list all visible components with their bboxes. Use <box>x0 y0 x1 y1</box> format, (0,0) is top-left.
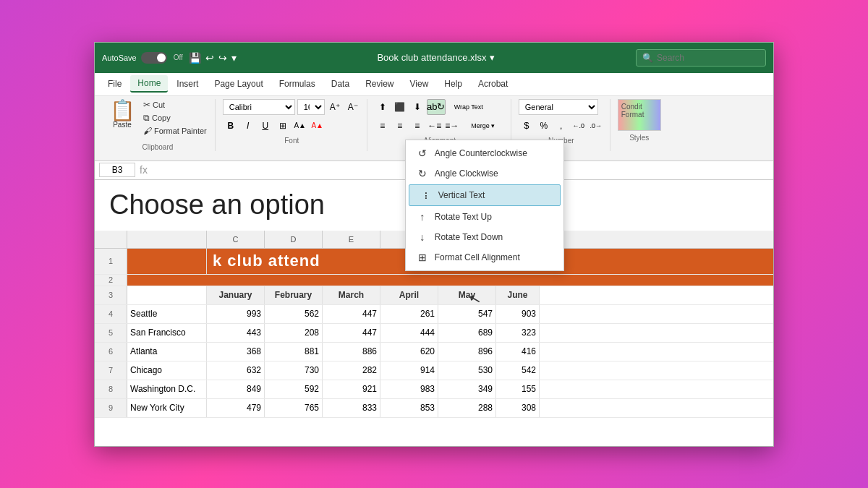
angle-clockwise-item[interactable]: ↻ Angle Clockwise <box>406 163 563 184</box>
cell-4-e[interactable]: 447 <box>323 305 380 323</box>
paste-button[interactable]: 📋 Paste <box>106 99 138 130</box>
font-size-select[interactable]: 16 <box>297 99 325 115</box>
cell-4-b[interactable]: Seattle <box>127 305 207 323</box>
italic-button[interactable]: I <box>240 118 256 134</box>
cell-5-h[interactable]: 323 <box>496 324 540 342</box>
cell-9-g[interactable]: 288 <box>438 399 496 417</box>
cell-3-b[interactable] <box>127 286 207 304</box>
cell-4-h[interactable]: 903 <box>496 305 540 323</box>
align-right-button[interactable]: ≡ <box>409 118 425 134</box>
cell-7-c[interactable]: 632 <box>207 361 265 380</box>
cell-7-b[interactable]: Chicago <box>127 361 207 380</box>
cell-5-f[interactable]: 444 <box>380 324 438 342</box>
cell-4-f[interactable]: 261 <box>380 305 438 323</box>
search-box[interactable]: 🔍 <box>636 49 766 67</box>
menu-page-layout[interactable]: Page Layout <box>207 76 270 92</box>
cell-3-h[interactable]: June <box>496 286 540 304</box>
cell-6-g[interactable]: 896 <box>438 343 496 361</box>
underline-button[interactable]: U <box>258 118 273 134</box>
rotate-text-down-item[interactable]: ↓ Rotate Text Down <box>406 227 563 247</box>
vertical-text-item[interactable]: ⫶ Vertical Text <box>409 184 561 206</box>
fill-color-button[interactable]: A▲ <box>292 118 308 134</box>
align-center-button[interactable]: ≡ <box>392 118 408 134</box>
cell-5-e[interactable]: 447 <box>323 324 380 342</box>
cell-5-g[interactable]: 689 <box>438 324 496 342</box>
align-top-button[interactable]: ⬆ <box>375 99 391 115</box>
merge-cells-button[interactable]: Merge ▾ <box>461 118 505 134</box>
rotate-text-up-item[interactable]: ↑ Rotate Text Up <box>406 207 563 227</box>
col-header-d[interactable]: D <box>265 231 323 248</box>
format-cell-alignment-item[interactable]: ⊞ Format Cell Alignment <box>406 247 563 267</box>
cell-5-b[interactable]: San Francisco <box>127 324 207 342</box>
align-bottom-button[interactable]: ⬇ <box>409 99 425 115</box>
indent-increase-button[interactable]: ≡→ <box>444 118 460 134</box>
cell-6-h[interactable]: 416 <box>496 343 540 361</box>
number-format-select[interactable]: General <box>519 99 598 115</box>
cell-6-d[interactable]: 881 <box>265 343 323 361</box>
cell-3-e[interactable]: March <box>323 286 380 304</box>
save-icon[interactable]: 💾 <box>189 52 201 64</box>
border-button[interactable]: ⊞ <box>275 118 291 134</box>
decrease-font-button[interactable]: A⁻ <box>345 99 361 115</box>
cell-1-b[interactable] <box>127 249 207 274</box>
comma-button[interactable]: , <box>553 118 569 134</box>
cell-8-e[interactable]: 921 <box>323 380 380 398</box>
cell-7-d[interactable]: 730 <box>265 361 323 380</box>
cell-7-f[interactable]: 914 <box>380 361 438 380</box>
cell-9-b[interactable]: New York City <box>127 399 207 417</box>
cell-6-f[interactable]: 620 <box>380 343 438 361</box>
cell-8-d[interactable]: 592 <box>265 380 323 398</box>
currency-button[interactable]: $ <box>519 118 535 134</box>
col-header-b[interactable] <box>127 231 207 248</box>
cell-7-e[interactable]: 282 <box>323 361 380 380</box>
redo-icon[interactable]: ↪ <box>218 52 227 64</box>
font-color-button[interactable]: A▲ <box>310 118 326 134</box>
undo-icon[interactable]: ↩ <box>205 52 214 64</box>
menu-help[interactable]: Help <box>437 76 469 92</box>
decrease-decimal-button[interactable]: ←.0 <box>571 118 587 134</box>
cell-7-g[interactable]: 530 <box>438 361 496 380</box>
format-painter-button[interactable]: 🖌 Format Painter <box>141 125 209 137</box>
cell-8-b[interactable]: Washington D.C. <box>127 380 207 398</box>
menu-insert[interactable]: Insert <box>169 76 205 92</box>
autosave-toggle[interactable] <box>141 52 167 64</box>
cell-4-g[interactable]: 547 <box>438 305 496 323</box>
menu-view[interactable]: View <box>403 76 436 92</box>
align-left-button[interactable]: ≡ <box>375 118 391 134</box>
menu-file[interactable]: File <box>101 76 129 92</box>
cell-9-d[interactable]: 765 <box>265 399 323 417</box>
cell-8-c[interactable]: 849 <box>207 380 265 398</box>
cell-5-c[interactable]: 443 <box>207 324 265 342</box>
menu-review[interactable]: Review <box>358 76 401 92</box>
col-header-c[interactable]: C <box>207 231 265 248</box>
cell-4-c[interactable]: 993 <box>207 305 265 323</box>
menu-data[interactable]: Data <box>324 76 357 92</box>
cell-9-e[interactable]: 833 <box>323 399 380 417</box>
align-middle-button[interactable]: ⬛ <box>392 99 408 115</box>
customize-icon[interactable]: ▾ <box>231 52 237 64</box>
cell-6-e[interactable]: 886 <box>323 343 380 361</box>
indent-decrease-button[interactable]: ←≡ <box>427 118 443 134</box>
cell-reference-input[interactable] <box>99 163 135 177</box>
menu-formulas[interactable]: Formulas <box>272 76 323 92</box>
cell-8-h[interactable]: 155 <box>496 380 540 398</box>
percent-button[interactable]: % <box>536 118 552 134</box>
conditional-format-button[interactable]: Condit Format <box>618 99 661 131</box>
cell-3-d[interactable]: February <box>265 286 323 304</box>
increase-font-button[interactable]: A⁺ <box>327 99 343 115</box>
angle-counterclockwise-item[interactable]: ↺ Angle Counterclockwise <box>406 143 563 163</box>
cell-3-f[interactable]: April <box>380 286 438 304</box>
cell-9-c[interactable]: 479 <box>207 399 265 417</box>
cell-4-d[interactable]: 562 <box>265 305 323 323</box>
wrap-text-button[interactable]: Wrap Text <box>447 99 490 115</box>
menu-home[interactable]: Home <box>130 75 168 93</box>
bold-button[interactable]: B <box>223 118 239 134</box>
search-input[interactable] <box>657 53 760 63</box>
cell-3-c[interactable]: January <box>207 286 265 304</box>
menu-acrobat[interactable]: Acrobat <box>471 76 515 92</box>
cell-3-g[interactable]: May <box>438 286 496 304</box>
copy-button[interactable]: ⧉ Copy <box>141 112 209 124</box>
cell-6-b[interactable]: Atlanta <box>127 343 207 361</box>
cell-9-h[interactable]: 308 <box>496 399 540 417</box>
increase-decimal-button[interactable]: .0→ <box>588 118 604 134</box>
